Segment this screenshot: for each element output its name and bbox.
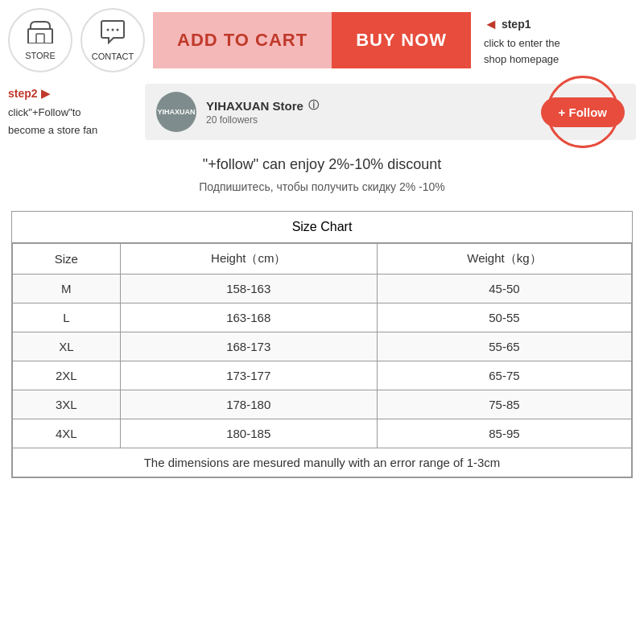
store-follow-bar: YIHAXUAN YIHAXUAN Store ⓘ 20 followers +… xyxy=(145,84,636,140)
table-row: M158-16345-50 xyxy=(13,274,632,303)
step1-line2: shop homepage xyxy=(484,52,560,68)
size-chart: Size Chart Size Height（cm） Weight（kg） M1… xyxy=(11,211,633,478)
contact-icon xyxy=(99,20,126,50)
svg-point-2 xyxy=(107,28,109,31)
store-icon xyxy=(27,21,53,49)
table-header-row: Size Height（cm） Weight（kg） xyxy=(13,243,632,274)
step1-label: step1 xyxy=(502,16,531,33)
discount-section: "+follow" can enjoy 2%-10% discount Подп… xyxy=(8,151,636,198)
store-info-icon: ⓘ xyxy=(308,98,319,113)
buy-now-button[interactable]: BUY NOW xyxy=(332,12,471,68)
col-height: Height（cm） xyxy=(120,243,377,274)
col-size: Size xyxy=(13,243,121,274)
step2-text: step2 ▶ click"+Follow"to become a store … xyxy=(8,85,129,139)
svg-point-3 xyxy=(112,28,114,31)
follow-button[interactable]: + Follow xyxy=(541,97,625,127)
size-table: Size Height（cm） Weight（kg） M158-16345-50… xyxy=(12,243,632,477)
store-logo-text: YIHAXUAN xyxy=(157,108,195,117)
table-row: XL168-17355-65 xyxy=(13,332,632,361)
table-cell: XL xyxy=(13,332,121,361)
table-cell: L xyxy=(13,303,121,332)
table-cell: 75-85 xyxy=(377,390,631,419)
table-note-row: The dimensions are mesured manully with … xyxy=(13,448,632,477)
store-label: STORE xyxy=(25,51,56,60)
table-cell: 3XL xyxy=(13,390,121,419)
table-cell: 173-177 xyxy=(120,361,377,390)
discount-main-text: "+follow" can enjoy 2%-10% discount xyxy=(8,151,636,177)
table-row: L163-16850-55 xyxy=(13,303,632,332)
follow-button-wrapper: + Follow xyxy=(541,97,625,127)
table-row: 4XL180-18585-95 xyxy=(13,419,632,448)
step2-arrow-icon: ▶ xyxy=(41,85,50,104)
table-row: 3XL178-18075-85 xyxy=(13,390,632,419)
step2-instruction-line1: click"+Follow"to xyxy=(8,104,129,122)
table-note: The dimensions are mesured manully with … xyxy=(13,448,632,477)
table-cell: 85-95 xyxy=(377,419,631,448)
table-cell: 55-65 xyxy=(377,332,631,361)
step2-label: step2 xyxy=(8,85,38,104)
store-followers: 20 followers xyxy=(206,114,531,126)
table-cell: 65-75 xyxy=(377,361,631,390)
step2-section: step2 ▶ click"+Follow"to become a store … xyxy=(8,84,636,140)
action-bar: STORE CONTACT ADD TO CART BUY NOW ◄ step… xyxy=(8,8,636,72)
store-logo: YIHAXUAN xyxy=(156,92,196,132)
table-cell: 158-163 xyxy=(120,274,377,303)
step2-instruction-line2: become a store fan xyxy=(8,122,129,139)
svg-point-4 xyxy=(117,28,119,31)
table-row: 2XL173-17765-75 xyxy=(13,361,632,390)
svg-rect-0 xyxy=(28,29,52,43)
table-cell: 50-55 xyxy=(377,303,631,332)
store-name: YIHAXUAN Store xyxy=(206,99,303,113)
table-cell: 2XL xyxy=(13,361,121,390)
col-weight: Weight（kg） xyxy=(377,243,631,274)
step1-instructions: ◄ step1 click to enter the shop homepage xyxy=(484,14,560,67)
contact-label: CONTACT xyxy=(92,52,134,61)
table-cell: 168-173 xyxy=(120,332,377,361)
svg-rect-1 xyxy=(36,34,44,43)
table-cell: 163-168 xyxy=(120,303,377,332)
arrow-left-icon: ◄ xyxy=(484,14,498,35)
contact-button[interactable]: CONTACT xyxy=(80,8,145,72)
table-cell: 4XL xyxy=(13,419,121,448)
add-to-cart-button[interactable]: ADD TO CART xyxy=(153,12,332,68)
store-button[interactable]: STORE xyxy=(8,8,72,72)
step1-line1: click to enter the xyxy=(484,35,560,52)
size-chart-title: Size Chart xyxy=(12,212,632,243)
table-cell: 45-50 xyxy=(377,274,631,303)
table-cell: 180-185 xyxy=(120,419,377,448)
discount-russian-text: Подпишитесь, чтобы получить скидку 2% -1… xyxy=(8,177,636,197)
table-cell: M xyxy=(13,274,121,303)
table-cell: 178-180 xyxy=(120,390,377,419)
store-info: YIHAXUAN Store ⓘ 20 followers xyxy=(206,98,531,126)
